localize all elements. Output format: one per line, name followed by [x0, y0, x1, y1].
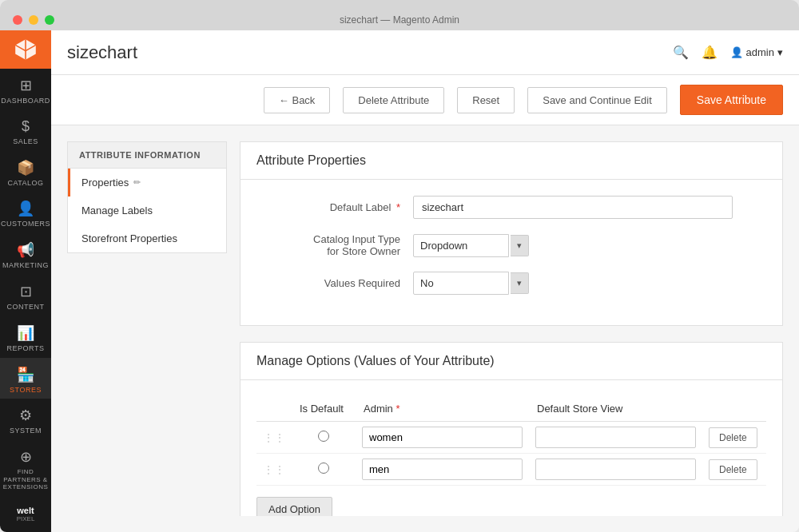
window-chrome: sizechart — Magento Admin [0, 0, 799, 30]
storefront-label: Storefront Properties [81, 232, 177, 244]
reports-icon: 📊 [17, 324, 34, 342]
catalog-input-select[interactable]: Dropdown Text Field Text Area Date Yes/N… [413, 234, 509, 257]
sidebar-sub: PIXEL [17, 515, 35, 522]
catalog-input-label: Catalog Input Type for Store Owner [256, 233, 400, 257]
admin-input-men[interactable] [362, 459, 523, 480]
back-button[interactable]: ← Back [264, 87, 331, 113]
save-continue-button[interactable]: Save and Continue Edit [527, 87, 667, 113]
values-required-dropdown-btn[interactable]: ▾ [511, 272, 529, 294]
col-drag [256, 396, 292, 422]
col-is-default: Is Default [292, 396, 356, 422]
delete-women-button[interactable]: Delete [709, 427, 757, 448]
radio-men[interactable] [318, 463, 329, 474]
sidebar-item-content[interactable]: ⊡ CONTENT [0, 275, 51, 316]
catalog-icon: 📦 [17, 159, 34, 177]
options-table: Is Default Admin * Default Store View [256, 396, 766, 486]
sidebar-item-marketing[interactable]: 📢 MARKETING [0, 233, 51, 275]
manage-options-body: Is Default Admin * Default Store View [240, 380, 782, 516]
action-bar: ← Back Delete Attribute Reset Save and C… [51, 75, 799, 125]
sidebar-item-system[interactable]: ⚙ SYSTEM [0, 399, 51, 440]
user-dropdown-icon: ▾ [777, 46, 783, 58]
admin-value-women [356, 422, 529, 454]
close-button[interactable] [13, 15, 22, 25]
content-area: ATTRIBUTE INFORMATION Properties ✏ Manag… [51, 125, 799, 532]
drag-handle-men[interactable]: ⋮⋮ [256, 454, 292, 486]
minimize-button[interactable] [29, 15, 38, 25]
add-option-button[interactable]: Add Option [256, 497, 332, 516]
radio-cell-men [292, 454, 356, 486]
left-panel-item-storefront[interactable]: Storefront Properties [68, 224, 226, 252]
sidebar-item-partners[interactable]: ⊕ FIND PARTNERS & EXTENSIONS [0, 440, 51, 496]
store-view-men [529, 454, 702, 486]
store-view-input-men[interactable] [535, 459, 696, 480]
sidebar-item-customers[interactable]: 👤 CUSTOMERS [0, 192, 51, 233]
delete-men-button[interactable]: Delete [709, 459, 757, 480]
page-header: sizechart 🔍 🔔 👤 admin ▾ [51, 30, 799, 75]
option-row-women: ⋮⋮ [256, 422, 766, 454]
catalog-input-dropdown-btn[interactable]: ▾ [511, 235, 529, 256]
left-panel-header: ATTRIBUTE INFORMATION [68, 142, 226, 169]
catalog-input-type-row: Catalog Input Type for Store Owner Dropd… [256, 233, 766, 257]
properties-edit-icon: ✏ [133, 177, 141, 188]
left-panel-item-manage-labels[interactable]: Manage Labels [68, 197, 226, 224]
sidebar-item-dashboard[interactable]: ⊞ DASHBOARD [0, 69, 51, 110]
search-icon[interactable]: 🔍 [673, 45, 689, 60]
radio-cell-women [292, 422, 356, 454]
left-panel: ATTRIBUTE INFORMATION Properties ✏ Manag… [67, 141, 227, 253]
admin-value-men [356, 454, 529, 486]
drag-handle-women[interactable]: ⋮⋮ [256, 422, 292, 454]
sidebar-item-sales[interactable]: $ SALES [0, 110, 51, 151]
content-icon: ⊡ [20, 283, 32, 300]
default-label-row: Default Label * [256, 196, 766, 219]
option-row-men: ⋮⋮ [256, 454, 766, 486]
store-view-input-women[interactable] [535, 427, 696, 448]
values-required-row: Values Required No Yes ▾ [256, 272, 766, 295]
sidebar-brand: welt [17, 506, 35, 515]
system-icon: ⚙ [19, 407, 32, 424]
sidebar-item-catalog[interactable]: 📦 CATALOG [0, 151, 51, 193]
admin-input-women[interactable] [362, 427, 523, 448]
right-panel: Attribute Properties Default Label * [240, 141, 783, 516]
attribute-properties-body: Default Label * Catalog Input Type for S… [240, 180, 782, 325]
sidebar-item-stores[interactable]: 🏪 STORES [0, 358, 51, 399]
manage-options-title: Manage Options (Values of Your Attribute… [240, 343, 782, 380]
catalog-input-select-wrap: Dropdown Text Field Text Area Date Yes/N… [413, 234, 529, 257]
notification-icon[interactable]: 🔔 [702, 45, 718, 60]
user-avatar-icon: 👤 [730, 46, 743, 58]
app-container: ⊞ DASHBOARD $ SALES 📦 CATALOG 👤 CUSTOMER… [0, 30, 799, 532]
values-required-label: Values Required [256, 277, 400, 289]
radio-women[interactable] [318, 431, 329, 442]
user-label: admin [746, 46, 774, 58]
page-title: sizechart [67, 42, 660, 63]
default-label-input[interactable] [413, 196, 733, 219]
col-default-store-view: Default Store View [529, 396, 702, 422]
attribute-properties-title: Attribute Properties [240, 142, 782, 180]
properties-label: Properties [81, 177, 129, 189]
manage-labels-label: Manage Labels [81, 204, 153, 216]
col-actions [702, 396, 766, 422]
marketing-icon: 📢 [17, 241, 34, 259]
admin-required-star: * [396, 403, 400, 415]
sales-icon: $ [22, 118, 30, 135]
save-attribute-button[interactable]: Save Attribute [680, 85, 783, 115]
actions-men: Delete [702, 454, 766, 486]
col-admin: Admin * [356, 396, 529, 422]
required-star: * [396, 201, 400, 213]
sidebar-bottom: welt PIXEL [10, 496, 42, 532]
sidebar: ⊞ DASHBOARD $ SALES 📦 CATALOG 👤 CUSTOMER… [0, 30, 51, 532]
delete-attribute-button[interactable]: Delete Attribute [343, 87, 444, 113]
partners-icon: ⊕ [20, 448, 32, 466]
reset-button[interactable]: Reset [457, 87, 515, 113]
fullscreen-button[interactable] [45, 15, 54, 25]
left-panel-item-properties[interactable]: Properties ✏ [68, 169, 226, 197]
dashboard-icon: ⊞ [20, 77, 32, 94]
attribute-properties-section: Attribute Properties Default Label * [240, 141, 783, 326]
main-content: sizechart 🔍 🔔 👤 admin ▾ ← Back Delete At… [51, 30, 799, 532]
sidebar-item-reports[interactable]: 📊 REPORTS [0, 316, 51, 358]
customers-icon: 👤 [17, 200, 34, 217]
store-view-women [529, 422, 702, 454]
user-menu[interactable]: 👤 admin ▾ [730, 46, 783, 58]
actions-women: Delete [702, 422, 766, 454]
values-required-select[interactable]: No Yes [413, 272, 509, 295]
sidebar-logo [0, 30, 51, 69]
